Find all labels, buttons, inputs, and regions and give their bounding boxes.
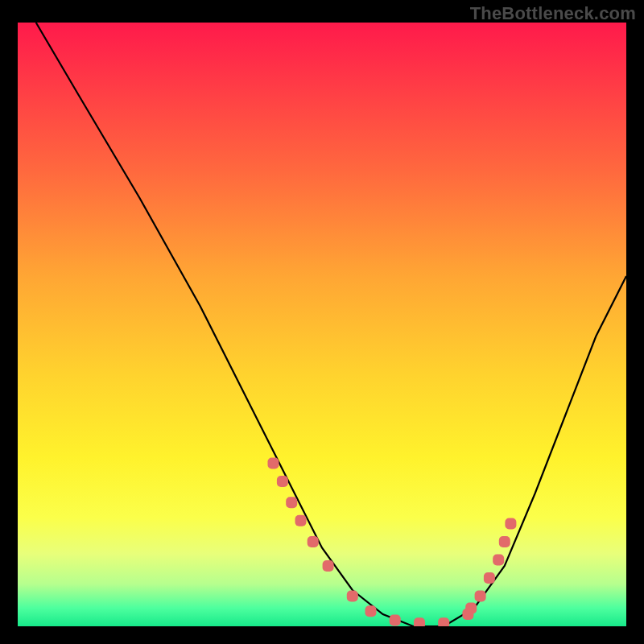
data-marker [308,536,319,547]
data-marker [505,518,516,530]
data-marker [465,603,477,614]
plot-area [18,23,626,626]
data-marker [268,458,279,469]
data-marker [499,536,510,547]
data-marker [493,555,504,566]
data-marker [475,591,486,602]
data-marker [390,615,401,626]
data-marker [438,617,449,626]
data-marker [277,476,288,487]
data-marker [347,591,358,602]
data-marker [365,605,377,617]
chart-svg [18,23,626,626]
data-marker [484,572,495,584]
chart-frame: TheBottleneck.com [0,0,644,644]
curve-line [36,23,626,626]
data-marker [323,560,334,572]
data-marker [414,617,425,626]
marker-group [268,458,517,627]
data-marker [295,515,307,526]
data-marker [286,497,297,508]
watermark-text: TheBottleneck.com [470,3,636,24]
